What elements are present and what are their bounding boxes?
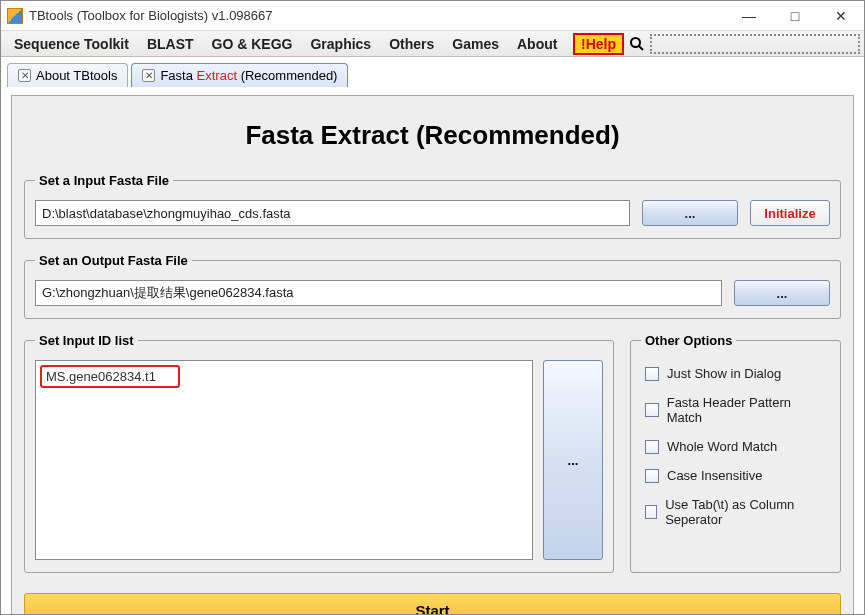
option-label: Fasta Header Pattern Match — [667, 395, 826, 425]
option-label: Whole Word Match — [667, 439, 777, 454]
menu-games[interactable]: Games — [443, 33, 508, 55]
titlebar: TBtools (Toolbox for Biologists) v1.0986… — [1, 1, 864, 31]
legend-id-list: Set Input ID list — [35, 333, 138, 348]
output-fasta-path[interactable] — [35, 280, 722, 306]
checkbox-icon[interactable] — [645, 440, 659, 454]
checkbox-icon[interactable] — [645, 469, 659, 483]
option-fasta-header-pattern-match[interactable]: Fasta Header Pattern Match — [645, 395, 826, 425]
option-whole-word-match[interactable]: Whole Word Match — [645, 439, 826, 454]
tab-label: Fasta Extract (Recommended) — [160, 68, 337, 83]
search-icon[interactable] — [628, 35, 646, 53]
legend-other-options: Other Options — [641, 333, 736, 348]
help-button[interactable]: !Help — [573, 33, 624, 55]
browse-input-fasta-button[interactable]: ... — [642, 200, 738, 226]
menubar: Sequence Toolkit BLAST GO & KEGG Graphic… — [1, 31, 864, 57]
close-icon[interactable]: ✕ — [18, 69, 31, 82]
initialize-button[interactable]: Initialize — [750, 200, 830, 226]
input-fasta-path[interactable] — [35, 200, 630, 226]
close-button[interactable]: ✕ — [818, 1, 864, 31]
tabbar: ✕ About TBtools ✕ Fasta Extract (Recomme… — [1, 57, 864, 87]
menu-about[interactable]: About — [508, 33, 566, 55]
content: Fasta Extract (Recommended) Set a Input … — [1, 87, 864, 615]
option-case-insensitive[interactable]: Case Insensitive — [645, 468, 826, 483]
option-just-show-in-dialog[interactable]: Just Show in Dialog — [645, 366, 826, 381]
window-title: TBtools (Toolbox for Biologists) v1.0986… — [29, 8, 273, 23]
svg-point-0 — [631, 38, 640, 47]
tab-fasta-extract[interactable]: ✕ Fasta Extract (Recommended) — [131, 63, 348, 87]
menu-graphics[interactable]: Graphics — [301, 33, 380, 55]
menu-sequence-toolkit[interactable]: Sequence Toolkit — [5, 33, 138, 55]
start-button[interactable]: Start — [24, 593, 841, 615]
browse-id-list-button[interactable]: ... — [543, 360, 603, 560]
main-panel: Fasta Extract (Recommended) Set a Input … — [11, 95, 854, 615]
legend-input-fasta: Set a Input Fasta File — [35, 173, 173, 188]
option-label: Case Insensitive — [667, 468, 762, 483]
browse-output-fasta-button[interactable]: ... — [734, 280, 830, 306]
fieldset-input-fasta: Set a Input Fasta File ... Initialize — [24, 173, 841, 239]
fieldset-output-fasta: Set an Output Fasta File ... — [24, 253, 841, 319]
svg-line-1 — [639, 46, 643, 50]
close-icon[interactable]: ✕ — [142, 69, 155, 82]
tab-about-tbtools[interactable]: ✕ About TBtools — [7, 63, 128, 87]
checkbox-icon[interactable] — [645, 403, 659, 417]
app-icon — [7, 8, 23, 24]
toolbar-dropzone[interactable] — [650, 34, 860, 54]
checkbox-icon[interactable] — [645, 505, 657, 519]
legend-output-fasta: Set an Output Fasta File — [35, 253, 192, 268]
option-label: Use Tab(\t) as Column Seperator — [665, 497, 826, 527]
menu-others[interactable]: Others — [380, 33, 443, 55]
maximize-button[interactable]: □ — [772, 1, 818, 31]
id-list-textarea[interactable]: MS.gene062834.t1 — [35, 360, 533, 560]
option-use-tab-separator[interactable]: Use Tab(\t) as Column Seperator — [645, 497, 826, 527]
menu-go-kegg[interactable]: GO & KEGG — [203, 33, 302, 55]
menu-blast[interactable]: BLAST — [138, 33, 203, 55]
option-label: Just Show in Dialog — [667, 366, 781, 381]
fieldset-id-list: Set Input ID list MS.gene062834.t1 ... — [24, 333, 614, 573]
checkbox-icon[interactable] — [645, 367, 659, 381]
tab-label: About TBtools — [36, 68, 117, 83]
id-list-value: MS.gene062834.t1 — [40, 365, 180, 388]
fieldset-other-options: Other Options Just Show in Dialog Fasta … — [630, 333, 841, 573]
minimize-button[interactable]: — — [726, 1, 772, 31]
page-title: Fasta Extract (Recommended) — [24, 120, 841, 151]
